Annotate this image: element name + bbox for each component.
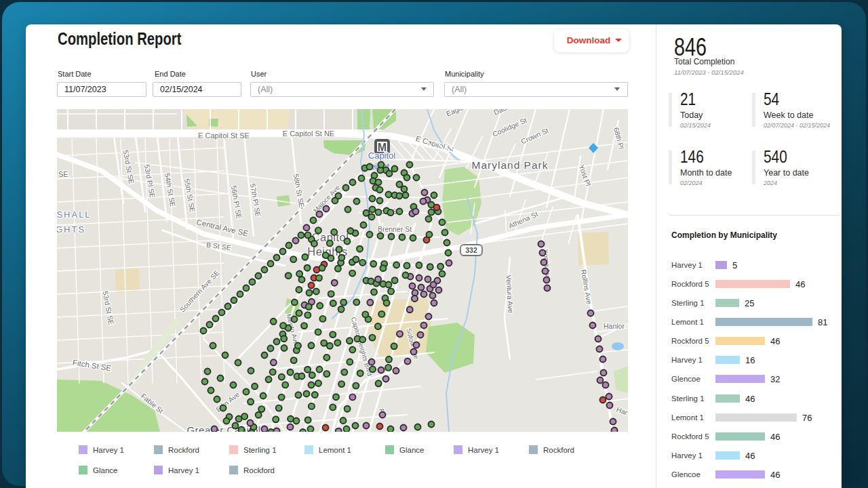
- svg-text:SHALL: SHALL: [57, 209, 92, 220]
- svg-text:Hanlor: Hanlor: [604, 322, 625, 330]
- svg-text:332: 332: [465, 246, 477, 254]
- svg-text:E Capitol St NE: E Capitol St NE: [283, 129, 334, 138]
- svg-text:Maryland Park: Maryland Park: [472, 159, 549, 171]
- svg-text:SE: SE: [58, 170, 68, 178]
- svg-text:E Capitol St SE: E Capitol St SE: [198, 131, 250, 140]
- svg-text:Brenner St: Brenner St: [378, 225, 412, 233]
- svg-text:GHTS: GHTS: [57, 224, 85, 235]
- svg-text:Capitol: Capitol: [368, 150, 396, 161]
